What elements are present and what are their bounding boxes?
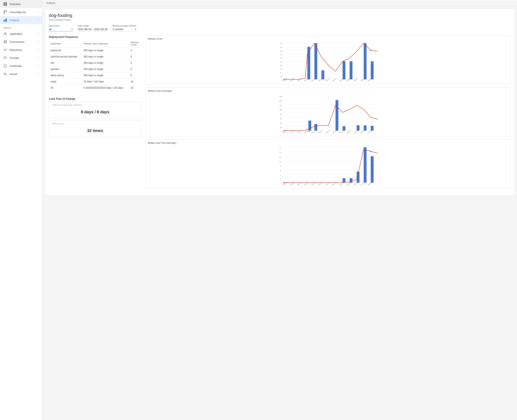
cell-span: 365 days or longer [82,54,129,60]
filter-application-wrapper[interactable]: all [49,27,73,31]
svg-rect-2 [4,4,5,6]
filter-movingavg-wrapper[interactable]: 2 months [112,27,137,31]
sidebar-item-assemblyline[interactable]: AssemblyLine ? [0,8,42,16]
svg-text:2021-11: 2021-11 [304,78,309,81]
lead-time-svg: 0 2 4 6 8 10 12 14 16 [148,145,508,186]
bar-2022-08b [371,61,374,79]
filter-daterange-group: Date range 2021-08-18 ~ 2022-08-18 [78,24,108,31]
svg-text:140: 140 [279,100,282,102]
svg-text:2021-12: 2021-12 [311,182,316,186]
cell-app: All [49,85,82,91]
filter-application-select[interactable]: all [49,27,73,31]
sidebar-item-label-credential: Credential [10,65,35,68]
svg-text:2022-05: 2022-05 [346,130,351,134]
build-count-box: Build Count 32 times [49,120,141,137]
sidebar-help-environment[interactable]: ? [38,41,39,43]
cell-count: 0 [129,72,141,79]
svg-text:120: 120 [279,105,282,106]
svg-text:2022-07: 2022-07 [360,182,365,186]
sidebar-help-application[interactable]: ? [38,33,39,35]
sidebar-help-provider[interactable]: ? [38,57,39,59]
key-icon [3,72,7,76]
sidebar-item-secret[interactable]: Secret ? [0,70,42,78]
cloud-icon [3,56,7,60]
sidebar-item-repository[interactable]: Repository ? [0,46,42,54]
svg-text:2022-08: 2022-08 [367,182,372,186]
lt-dot-start [284,182,285,183]
cell-count: 0 [129,60,141,66]
svg-text:2021-12: 2021-12 [311,130,316,134]
svg-rect-3 [5,4,7,6]
lead-time-avg-box: Lead Time (Average / Median) 8 days / 8 … [49,102,141,119]
span-bar-2021-12 [314,124,317,131]
svg-text:2022-02: 2022-02 [325,182,330,186]
svg-text:6: 6 [280,170,281,172]
svg-text:8: 8 [280,165,281,167]
bar-2021-12 [314,43,317,79]
sidebar-item-analysis[interactable]: Analysis ? [0,16,42,24]
lead-time-heading: Lead Time of Change [49,97,141,100]
sidebar-item-application[interactable]: Application ? [0,30,42,38]
settings-section-label: Settings [0,24,42,30]
svg-text:1.2: 1.2 [280,57,282,59]
svg-point-4 [4,11,5,12]
sidebar-help-credential[interactable]: ? [38,65,39,67]
svg-text:0: 0 [281,79,282,81]
sidebar-help-repository[interactable]: ? [38,49,39,51]
svg-text:2022-08: 2022-08 [367,130,372,134]
svg-text:2022-01: 2022-01 [318,78,323,81]
svg-rect-10 [6,18,7,22]
deployment-frequency-heading: Deployment Frequency [49,35,141,38]
svg-text:2022-02: 2022-02 [325,130,330,134]
page-title: dog-fooding [49,13,510,18]
sidebar-item-overview[interactable]: Overview [0,0,42,8]
span-bar-2021-11b [309,120,311,131]
sidebar-help-analysis[interactable]: ? [38,19,39,21]
svg-text:160: 160 [279,96,282,98]
svg-text:16: 16 [279,148,281,150]
sidebar-item-provider[interactable]: Provider ? [0,54,42,62]
page-card: dog-fooding Dog Fooding Project Applicat… [45,9,515,196]
svg-text:0: 0 [281,131,282,133]
sidebar-help-secret[interactable]: ? [38,73,39,75]
branch-icon [3,10,7,14]
sidebar-item-credential[interactable]: Credential ? [0,62,42,70]
svg-text:2021-08: 2021-08 [283,130,287,134]
sidebar-help-assemblyline[interactable]: ? [38,11,39,13]
svg-text:2022-03: 2022-03 [332,78,337,81]
table-row: external-secrets-operator 365 days or lo… [49,54,141,60]
code-icon [3,48,7,52]
lt-dot [370,151,371,152]
svg-text:2022-07: 2022-07 [360,78,365,81]
cell-app: external-secrets-operator [49,54,82,60]
filter-movingavg-select[interactable]: 2 months [112,27,137,31]
svg-rect-9 [5,19,6,22]
svg-point-16 [4,73,6,75]
svg-text:60: 60 [280,118,282,120]
svg-text:2022-03: 2022-03 [332,130,337,134]
span-dot-start [284,130,285,131]
cell-count: 0 [129,66,141,72]
svg-text:2021-09: 2021-09 [290,130,294,134]
svg-text:2022-04: 2022-04 [339,130,344,134]
table-row: vsapi 32 days / 142 days 10 [49,79,141,85]
lead-time-avg-label: Lead Time (Average / Median) [52,104,138,106]
svg-text:1.6: 1.6 [280,50,282,52]
right-column: Release Count 0 0.2 0.4 0.6 0.8 1.0 1.2 … [146,35,510,192]
svg-text:2022-01: 2022-01 [318,182,323,186]
svg-rect-8 [4,20,4,22]
filter-movingavg-group: Moving average interval 2 months [112,24,137,31]
filter-application-group: Application all [49,24,73,31]
bar-2021-11 [307,47,310,79]
cell-span: 32 days / 142 days [82,79,129,85]
svg-text:2: 2 [280,179,281,180]
filter-movingavg-label: Moving average interval [112,24,137,27]
cell-count: 10 [129,85,141,91]
svg-text:0.2: 0.2 [280,75,282,77]
release-span-chart: Release Span (Average) 0 20 40 60 80 100… [146,87,510,136]
svg-text:100: 100 [279,109,282,111]
svg-text:2022-01: 2022-01 [318,130,323,134]
content-area: dog-fooding Dog Fooding Project Applicat… [42,6,517,420]
sidebar-item-environment[interactable]: Environment ? [0,38,42,46]
svg-text:1.8: 1.8 [280,46,282,48]
